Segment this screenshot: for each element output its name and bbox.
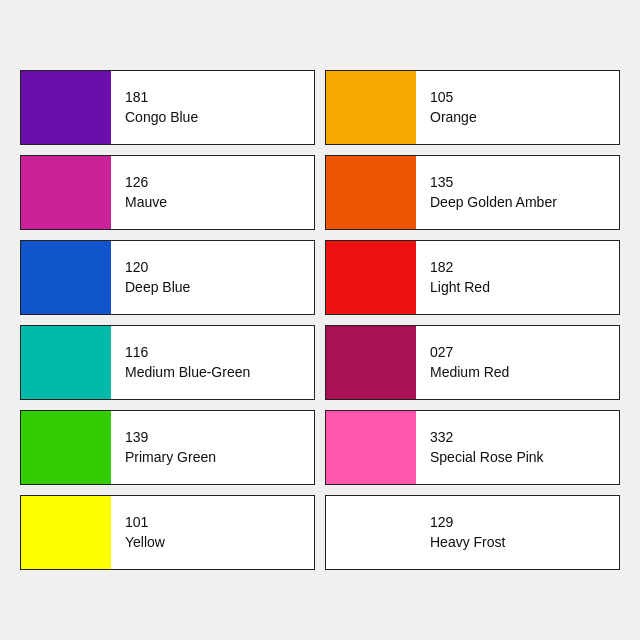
color-card-heavy-frost: 129Heavy Frost <box>325 495 620 570</box>
color-swatch-deep-golden-amber <box>326 156 416 229</box>
color-card-medium-blue-green: 116Medium Blue-Green <box>20 325 315 400</box>
color-info-special-rose-pink: 332Special Rose Pink <box>416 411 544 484</box>
color-swatch-congo-blue <box>21 71 111 144</box>
color-name-orange: Orange <box>430 108 477 128</box>
color-swatch-yellow <box>21 496 111 569</box>
color-name-deep-golden-amber: Deep Golden Amber <box>430 193 557 213</box>
color-name-medium-red: Medium Red <box>430 363 509 383</box>
color-card-special-rose-pink: 332Special Rose Pink <box>325 410 620 485</box>
color-info-primary-green: 139Primary Green <box>111 411 216 484</box>
color-swatch-medium-blue-green <box>21 326 111 399</box>
color-card-medium-red: 027Medium Red <box>325 325 620 400</box>
color-name-light-red: Light Red <box>430 278 490 298</box>
color-card-yellow: 101Yellow <box>20 495 315 570</box>
color-swatch-mauve <box>21 156 111 229</box>
color-info-deep-golden-amber: 135Deep Golden Amber <box>416 156 557 229</box>
color-name-congo-blue: Congo Blue <box>125 108 198 128</box>
color-name-heavy-frost: Heavy Frost <box>430 533 505 553</box>
color-card-deep-golden-amber: 135Deep Golden Amber <box>325 155 620 230</box>
color-number-orange: 105 <box>430 88 477 108</box>
color-number-congo-blue: 181 <box>125 88 198 108</box>
color-name-mauve: Mauve <box>125 193 167 213</box>
color-name-primary-green: Primary Green <box>125 448 216 468</box>
color-info-mauve: 126Mauve <box>111 156 167 229</box>
color-card-primary-green: 139Primary Green <box>20 410 315 485</box>
color-swatch-light-red <box>326 241 416 314</box>
color-grid: 181Congo Blue105Orange126Mauve135Deep Go… <box>0 50 640 590</box>
color-info-light-red: 182Light Red <box>416 241 490 314</box>
color-card-mauve: 126Mauve <box>20 155 315 230</box>
color-number-primary-green: 139 <box>125 428 216 448</box>
color-info-orange: 105Orange <box>416 71 477 144</box>
color-name-deep-blue: Deep Blue <box>125 278 190 298</box>
color-card-congo-blue: 181Congo Blue <box>20 70 315 145</box>
color-card-deep-blue: 120Deep Blue <box>20 240 315 315</box>
color-swatch-deep-blue <box>21 241 111 314</box>
color-info-deep-blue: 120Deep Blue <box>111 241 190 314</box>
color-number-medium-red: 027 <box>430 343 509 363</box>
color-info-heavy-frost: 129Heavy Frost <box>416 496 505 569</box>
color-info-medium-blue-green: 116Medium Blue-Green <box>111 326 250 399</box>
color-info-congo-blue: 181Congo Blue <box>111 71 198 144</box>
color-swatch-heavy-frost <box>326 496 416 569</box>
color-number-deep-golden-amber: 135 <box>430 173 557 193</box>
color-name-special-rose-pink: Special Rose Pink <box>430 448 544 468</box>
page: 181Congo Blue105Orange126Mauve135Deep Go… <box>0 0 640 640</box>
color-number-yellow: 101 <box>125 513 165 533</box>
color-number-special-rose-pink: 332 <box>430 428 544 448</box>
color-card-light-red: 182Light Red <box>325 240 620 315</box>
color-number-heavy-frost: 129 <box>430 513 505 533</box>
color-number-light-red: 182 <box>430 258 490 278</box>
color-swatch-medium-red <box>326 326 416 399</box>
color-info-yellow: 101Yellow <box>111 496 165 569</box>
color-swatch-primary-green <box>21 411 111 484</box>
color-swatch-special-rose-pink <box>326 411 416 484</box>
color-number-medium-blue-green: 116 <box>125 343 250 363</box>
color-name-yellow: Yellow <box>125 533 165 553</box>
color-info-medium-red: 027Medium Red <box>416 326 509 399</box>
color-name-medium-blue-green: Medium Blue-Green <box>125 363 250 383</box>
color-number-mauve: 126 <box>125 173 167 193</box>
color-number-deep-blue: 120 <box>125 258 190 278</box>
color-swatch-orange <box>326 71 416 144</box>
color-card-orange: 105Orange <box>325 70 620 145</box>
